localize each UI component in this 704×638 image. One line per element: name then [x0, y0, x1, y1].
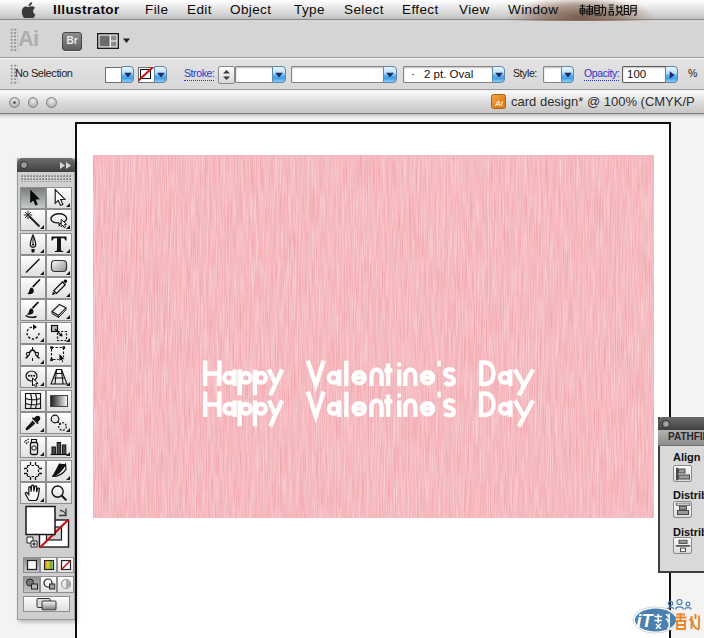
svg-text:iT: iT [637, 611, 655, 631]
